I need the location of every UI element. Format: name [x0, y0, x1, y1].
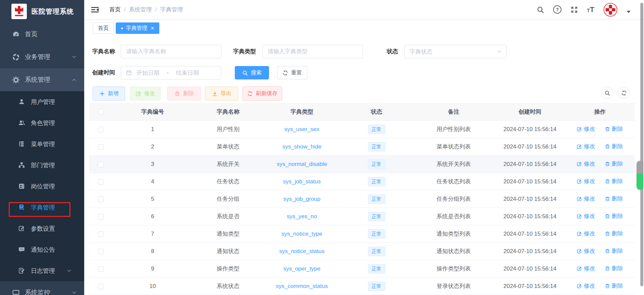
row-edit-button[interactable]: 修改	[577, 212, 595, 220]
row-edit-button[interactable]: 修改	[577, 230, 595, 237]
export-button[interactable]: 导出	[205, 86, 238, 101]
cell-created: 2024-07-10 15:56:14	[495, 190, 565, 208]
status-badge: 正常	[368, 160, 385, 169]
date-separator: -	[167, 69, 169, 76]
dict-type-link[interactable]: sys_common_status	[276, 283, 328, 289]
cell-dict-id: 6	[112, 208, 193, 225]
dict-type-link[interactable]: sys_oper_type	[283, 266, 321, 272]
row-checkbox[interactable]	[98, 284, 104, 289]
sidebar-item-posts[interactable]: 岗位管理	[0, 176, 84, 197]
cell-dict-name: 通知状态	[193, 243, 263, 260]
dict-type-label: 字典类型	[233, 45, 256, 58]
dict-type-link[interactable]: sys_notice_type	[281, 231, 322, 237]
row-delete-button[interactable]: 删除	[605, 230, 623, 237]
row-edit-button[interactable]: 修改	[577, 142, 595, 150]
page-scrollbar[interactable]	[640, 3, 643, 286]
fullscreen-icon[interactable]	[571, 6, 578, 13]
cell-remark: 系统是否列表	[413, 208, 495, 225]
dict-type-link[interactable]: sys_job_group	[283, 196, 321, 202]
row-delete-button[interactable]: 删除	[605, 125, 623, 133]
message-icon	[18, 246, 25, 253]
sidebar-item-users[interactable]: 用户管理	[0, 91, 84, 112]
toggle-search-button[interactable]	[601, 87, 613, 99]
cell-created: 2024-07-10 15:56:14	[495, 225, 565, 243]
add-button[interactable]: 新增	[93, 86, 125, 101]
sidebar-item-parameters[interactable]: 参数设置	[0, 218, 84, 239]
sidebar-item-departments[interactable]: 部门管理	[0, 155, 84, 176]
row-checkbox[interactable]	[98, 214, 104, 220]
row-checkbox[interactable]	[98, 144, 104, 150]
row-delete-button[interactable]: 删除	[605, 282, 623, 290]
caret-down-icon[interactable]	[627, 11, 631, 13]
gear-icon	[12, 76, 20, 84]
sidebar-collapse-icon[interactable]	[91, 6, 99, 13]
select-all-checkbox[interactable]	[98, 109, 104, 115]
row-checkbox[interactable]	[98, 162, 104, 167]
cell-dict-name: 系统是否	[193, 208, 263, 225]
column-dict-type: 字典类型	[263, 103, 340, 121]
sidebar-item-label: 用户管理	[31, 98, 55, 106]
calendar-icon	[126, 70, 132, 76]
sidebar-item-system[interactable]: 系统管理	[0, 68, 84, 91]
table-row: 8 通知状态 sys_notice_status 正常 通知状态列表 2024-…	[89, 243, 635, 260]
row-checkbox[interactable]	[98, 179, 104, 185]
status-badge: 正常	[368, 142, 385, 152]
monitor-icon	[12, 289, 20, 295]
dict-type-link[interactable]: sys_user_sex	[284, 126, 319, 132]
row-edit-button[interactable]: 修改	[577, 264, 595, 272]
tab-dictionary[interactable]: ● 字典管理 ×	[116, 22, 159, 34]
dict-type-link[interactable]: sys_job_status	[283, 178, 321, 185]
column-operations: 操作	[565, 103, 635, 121]
status-select[interactable]: 字典状态	[404, 45, 506, 58]
row-delete-button[interactable]: 删除	[605, 247, 623, 255]
breadcrumb-home[interactable]: 首页	[109, 6, 121, 13]
tab-home[interactable]: 首页	[93, 22, 114, 34]
dict-type-link[interactable]: sys_notice_status	[279, 248, 324, 254]
sidebar-item-home[interactable]: 首页	[0, 23, 84, 46]
sidebar-item-business[interactable]: 业务管理	[0, 46, 84, 68]
row-checkbox[interactable]	[98, 196, 104, 202]
row-delete-button[interactable]: 删除	[605, 212, 623, 220]
row-delete-button[interactable]: 删除	[605, 264, 623, 272]
reset-button[interactable]: 重置	[277, 66, 307, 79]
row-delete-button[interactable]: 删除	[605, 195, 623, 202]
close-icon[interactable]: ×	[151, 25, 154, 31]
sidebar-item-notices[interactable]: 通知公告	[0, 239, 84, 260]
row-checkbox[interactable]	[98, 231, 104, 237]
dict-type-link[interactable]: sys_normal_disable	[277, 161, 327, 167]
row-checkbox[interactable]	[98, 266, 104, 272]
dict-type-input[interactable]	[262, 45, 363, 58]
delete-button[interactable]: 删除	[167, 86, 201, 101]
sidebar-item-monitor[interactable]: 系统监控	[0, 281, 84, 295]
row-edit-button[interactable]: 修改	[577, 177, 595, 185]
search-icon[interactable]	[537, 6, 544, 13]
cell-created: 2024-07-10 15:56:14	[495, 121, 565, 138]
date-range-input[interactable]: 开始日期 - 结束日期	[121, 66, 221, 79]
sidebar-item-roles[interactable]: 角色管理	[0, 112, 84, 133]
refresh-cache-button[interactable]: 刷新缓存	[243, 86, 282, 101]
row-edit-button[interactable]: 修改	[577, 160, 595, 168]
row-checkbox[interactable]	[98, 249, 104, 254]
sidebar-item-logs[interactable]: 日志管理	[0, 260, 84, 281]
sidebar-item-menus[interactable]: 菜单管理	[0, 133, 84, 155]
dict-type-link[interactable]: sys_show_hide	[282, 143, 321, 150]
row-delete-button[interactable]: 删除	[605, 142, 623, 150]
row-edit-button[interactable]: 修改	[577, 195, 595, 202]
search-button[interactable]: 搜索	[235, 66, 269, 79]
edit-button[interactable]: 修改	[130, 86, 161, 101]
sidebar-item-dictionary[interactable]: 字典管理	[0, 197, 84, 218]
dict-name-input[interactable]	[121, 45, 221, 58]
help-icon[interactable]: ?	[553, 5, 561, 14]
row-delete-button[interactable]: 删除	[605, 177, 623, 185]
font-size-icon[interactable]: TT	[587, 5, 594, 14]
avatar[interactable]	[603, 3, 618, 17]
row-edit-button[interactable]: 修改	[577, 282, 595, 290]
row-edit-button[interactable]: 修改	[577, 125, 595, 133]
row-edit-button[interactable]: 修改	[577, 247, 595, 255]
dict-type-link[interactable]: sys_yes_no	[287, 213, 317, 220]
row-checkbox[interactable]	[98, 127, 104, 132]
app-window: 医院管理系统 首页 业务管理 系统管理 用户管理	[0, 0, 644, 295]
refresh-table-button[interactable]	[618, 87, 630, 99]
row-delete-button[interactable]: 删除	[605, 160, 623, 168]
cell-dict-name: 系统状态	[193, 278, 263, 295]
